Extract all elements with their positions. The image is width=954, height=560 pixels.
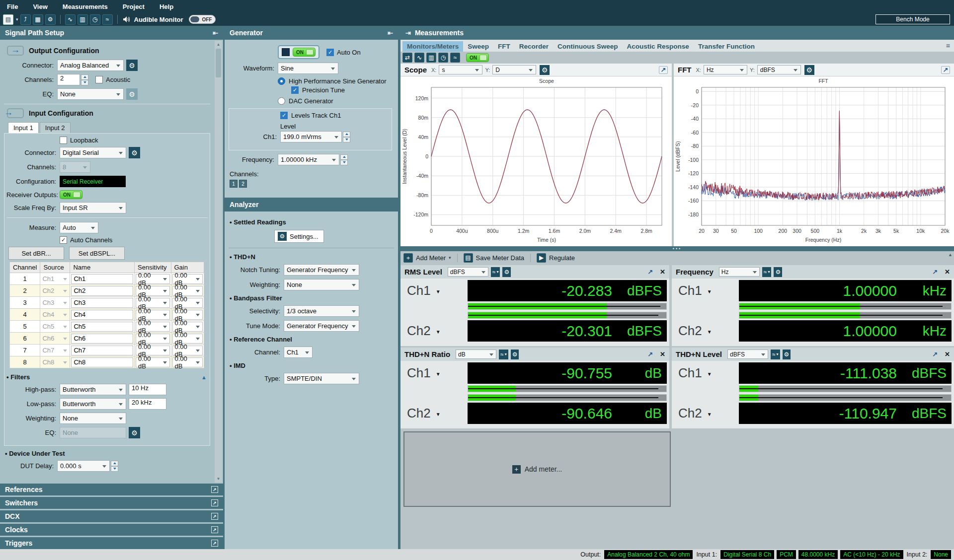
close-icon[interactable]: ✕	[945, 350, 950, 358]
set-dbspl-button[interactable]: Set dBSPL...	[69, 247, 125, 260]
open-project-icon[interactable]: ⤴	[20, 14, 31, 25]
popout-icon[interactable]: ↗	[932, 268, 938, 276]
auto-on-checkbox[interactable]: ✓	[326, 49, 334, 56]
scrollbar[interactable]: ▲ ▼	[215, 41, 222, 483]
add-meter-button[interactable]: Add Meter	[416, 254, 446, 262]
gen-level-select[interactable]: 199.0 mVrms	[280, 131, 342, 142]
clock-monitor-icon[interactable]: ◷	[438, 53, 448, 63]
notch-tuning-select[interactable]: Generator Frequency	[284, 264, 359, 276]
popout-icon[interactable]: ↗	[932, 350, 938, 358]
sensitivity-select[interactable]: 0.00 dB	[135, 356, 171, 368]
collapse-panel-icon[interactable]: ⇤	[388, 29, 393, 37]
gain-select[interactable]: 0.00 dB	[171, 356, 204, 368]
regulate-button[interactable]: Regulate	[549, 254, 575, 262]
regulate-icon[interactable]: ▶	[537, 253, 546, 263]
output-eq-gear-icon[interactable]: ⚙	[126, 88, 138, 100]
accordion-references[interactable]: References↗	[0, 484, 223, 495]
tab-monitors-meters[interactable]: Monitors/Meters	[402, 41, 463, 52]
levels-track-checkbox[interactable]: ✓	[280, 112, 288, 119]
wave-monitor-icon[interactable]: ≈	[450, 53, 460, 63]
close-icon[interactable]: ✕	[660, 350, 665, 358]
loopback-checkbox[interactable]	[60, 137, 67, 144]
popout-icon[interactable]: ↗	[211, 513, 218, 520]
selectivity-select[interactable]: 1/3 octave	[284, 305, 359, 317]
accordion-triggers[interactable]: Triggers↗	[0, 537, 223, 549]
output-connector-select[interactable]: Analog Balanced	[57, 60, 124, 71]
auto-channels-checkbox[interactable]: ✓	[60, 236, 67, 244]
accordion-clocks[interactable]: Clocks↗	[0, 524, 223, 536]
new-project-icon[interactable]: ▤	[3, 14, 13, 25]
scope-y-select[interactable]: D	[492, 65, 536, 74]
clock-icon[interactable]: ◷	[90, 14, 100, 25]
close-icon[interactable]: ✕	[660, 268, 665, 276]
output-channels-input[interactable]: 2	[57, 74, 80, 85]
generator-on-toggle[interactable]: ON	[293, 48, 316, 57]
popout-icon[interactable]: ↗	[647, 268, 653, 276]
audible-monitor-toggle[interactable]: OFF	[189, 15, 216, 24]
input-connector-gear-icon[interactable]: ⚙	[129, 147, 140, 158]
scope-gear-icon[interactable]: ⚙	[540, 65, 550, 75]
popout-icon[interactable]: ↗	[211, 526, 218, 533]
gear-icon[interactable]: ⚙	[511, 350, 519, 359]
tab-continuous-sweep[interactable]: Continuous Sweep	[553, 41, 623, 52]
add-meter-icon[interactable]: ＋	[403, 253, 413, 263]
menu-project[interactable]: Project	[123, 3, 145, 10]
meter-unit-select[interactable]: dBFS	[727, 350, 768, 359]
add-meter-dropzone[interactable]: ＋ Add meter...	[403, 431, 671, 507]
tune-mode-select[interactable]: Generator Frequency	[284, 320, 359, 332]
accordion-dcx[interactable]: DCX↗	[0, 510, 223, 522]
channel-name-input[interactable]	[71, 334, 133, 344]
gen-frequency-select[interactable]: 1.00000 kHz	[278, 154, 339, 165]
output-eq-select[interactable]: None	[57, 88, 124, 100]
scope-monitor-icon[interactable]: ∿	[414, 53, 424, 63]
meter-unit-select[interactable]: Hz	[719, 267, 760, 277]
popout-icon[interactable]: ↗	[659, 66, 668, 74]
scroll-down-arrow[interactable]: ▼	[215, 475, 222, 483]
bench-mode-button[interactable]: Bench Mode	[875, 14, 950, 24]
ref-channel-select[interactable]: Ch1	[284, 347, 313, 358]
frequency-stepper[interactable]	[340, 154, 348, 165]
meter-unit-select[interactable]: dBFS	[448, 267, 488, 277]
precision-tune-checkbox[interactable]: ✓	[291, 86, 299, 94]
channel-name-input[interactable]	[71, 274, 133, 284]
popout-icon[interactable]: ↗	[211, 486, 218, 493]
meter-channel-selector[interactable]: Ch1▼	[674, 362, 739, 384]
collapse-panel-icon[interactable]: ⇤	[213, 29, 218, 37]
tab-recorder[interactable]: Recorder	[515, 41, 553, 52]
fft-gear-icon[interactable]: ⚙	[804, 65, 814, 75]
scroll-thumb[interactable]	[216, 49, 221, 77]
acoustic-checkbox[interactable]	[95, 76, 103, 83]
chevron-down-icon[interactable]: ▾	[16, 17, 18, 22]
save-meter-data-icon[interactable]: ▤	[464, 253, 473, 263]
chevron-down-icon[interactable]: ▾	[449, 255, 451, 260]
meter-channel-selector[interactable]: Ch1▼	[674, 280, 739, 301]
meter-display-mode-button[interactable]: ≈▾	[491, 267, 500, 277]
measure-select[interactable]: Auto	[60, 222, 98, 233]
channels-stepper[interactable]	[81, 74, 88, 85]
imd-type-select[interactable]: SMPTE/DIN	[284, 373, 359, 384]
menu-measurements[interactable]: Measurements	[63, 3, 108, 10]
swap-axes-icon[interactable]: ⇄	[402, 53, 412, 63]
gen-channel-2-button[interactable]: 2	[239, 180, 247, 188]
high-pass-freq-input[interactable]: 10 Hz	[129, 384, 166, 395]
gear-icon[interactable]: ⚙	[783, 350, 791, 359]
meter-channel-selector[interactable]: Ch2▼	[674, 320, 739, 342]
low-pass-freq-input[interactable]: 20 kHz	[129, 398, 166, 410]
gear-icon[interactable]: ⚙	[502, 267, 511, 277]
tab-fft[interactable]: FFT	[493, 41, 515, 52]
high-pass-select[interactable]: Butterworth	[60, 384, 126, 395]
tab-transfer-function[interactable]: Transfer Function	[694, 41, 759, 52]
channel-name-input[interactable]	[71, 346, 133, 355]
level-stepper[interactable]	[343, 132, 350, 142]
tab-acoustic-response[interactable]: Acoustic Response	[623, 41, 694, 52]
meter-display-mode-button[interactable]: ≈▾	[762, 267, 772, 277]
scope-x-select[interactable]: s	[439, 65, 482, 74]
set-dbr-button[interactable]: Set dBR...	[8, 247, 64, 260]
settings-gear-icon[interactable]: ⚙	[45, 14, 56, 25]
popout-icon[interactable]: ↗	[211, 499, 218, 506]
scale-freq-select[interactable]: Input SR	[60, 202, 126, 213]
hp-sine-radio[interactable]	[278, 77, 285, 85]
menu-file[interactable]: File	[7, 3, 18, 10]
save-project-icon[interactable]: ▦	[33, 14, 43, 25]
tab-sweep[interactable]: Sweep	[463, 41, 493, 52]
